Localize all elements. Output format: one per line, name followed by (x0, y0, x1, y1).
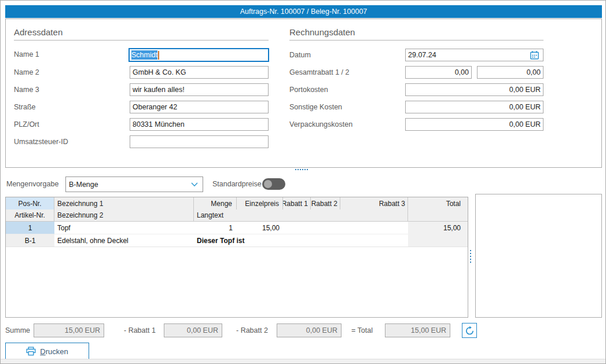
cell-rabatt3[interactable] (340, 222, 408, 234)
header-langtext: Langtext (194, 209, 408, 222)
header-data-panel: Adressdaten Name 1 Schmidt Name 2 Name 3… (5, 19, 602, 168)
printer-icon (26, 347, 36, 356)
cell-einzelpreis[interactable]: 15,00 (237, 222, 283, 234)
umsatzsteuer-id-input[interactable] (130, 135, 269, 148)
verpackungskosten-label: Verpackungskosten (289, 120, 352, 128)
header-einzelpreis: Einzelpreis (237, 197, 283, 209)
header-total: Total (408, 197, 468, 209)
name3-label: Name 3 (14, 86, 39, 94)
article-row: B-1 Edelstahl, ohne Deckel Dieser Topf i… (6, 234, 468, 247)
rabatt1-label: - Rabatt 1 (124, 326, 156, 334)
total-input[interactable] (385, 323, 450, 337)
cell-menge[interactable]: 1 (194, 222, 237, 234)
header-menge: Menge (194, 197, 237, 209)
summe-input[interactable] (34, 323, 104, 337)
umsatzsteuer-id-label: Umsatzsteuer-ID (14, 138, 68, 146)
sonstige-kosten-label: Sonstige Kosten (289, 103, 342, 111)
cell-pos-nr[interactable]: 1 (6, 222, 54, 234)
rabatt1-input[interactable] (164, 323, 222, 337)
calendar-icon[interactable] (530, 50, 539, 60)
mengenvorgabe-select[interactable]: B-Menge (65, 177, 203, 192)
gesamtrabatt-label: Gesamtrabatt 1 / 2 (289, 68, 350, 76)
standardpreise-label: Standardpreise (212, 180, 262, 188)
rabatt2-input[interactable] (277, 323, 341, 337)
mengenvorgabe-label: Mengenvorgabe (6, 180, 58, 188)
strasse-input[interactable] (130, 101, 269, 113)
sonstige-kosten-input[interactable] (405, 101, 543, 113)
name3-input[interactable] (130, 83, 269, 96)
name2-label: Name 2 (14, 68, 39, 76)
positions-grid: Pos-Nr. Bezeichnung 1 Menge Einzelpreis … (5, 197, 468, 318)
chevron-down-icon (191, 182, 198, 187)
header-artikel-nr: Artikel-Nr. (6, 209, 54, 222)
cell-bezeichnung1[interactable]: Topf (54, 222, 194, 234)
refresh-button[interactable] (462, 323, 477, 338)
strasse-label: Straße (14, 103, 36, 111)
portokosten-label: Portokosten (289, 86, 328, 94)
order-beleg-number: Auftrags-Nr. 100007 / Beleg-Nr. 100007 (240, 8, 368, 16)
grid-header-row-2: Artikel-Nr. Bezeichnung 2 Langtext (6, 209, 468, 222)
header-rabatt2: Rabatt 2 (311, 197, 340, 209)
cell-total-spacer (408, 234, 468, 247)
name1-input[interactable]: Schmidt (128, 48, 269, 62)
plz-ort-label: PLZ/Ort (14, 120, 39, 128)
name1-selected-text: Schmidt (131, 50, 157, 60)
position-row: 1 Topf 1 15,00 15,00 (6, 222, 468, 234)
side-notes-panel[interactable] (475, 194, 602, 318)
cell-langtext[interactable]: Dieser Topf ist (194, 234, 408, 247)
header-total-spacer (408, 209, 468, 222)
grid-header-row-1: Pos-Nr. Bezeichnung 1 Menge Einzelpreis … (6, 197, 468, 209)
gesamtrabatt2-input[interactable] (477, 66, 543, 79)
cell-rabatt1[interactable] (283, 222, 311, 234)
horizontal-splitter-handle[interactable] (295, 169, 308, 170)
plz-ort-input[interactable] (130, 118, 269, 131)
cell-bezeichnung2[interactable]: Edelstahl, ohne Deckel (54, 234, 194, 247)
cell-rabatt2[interactable] (311, 222, 340, 234)
name2-input[interactable] (130, 66, 269, 79)
header-rabatt1: Rabatt 1 (283, 197, 311, 209)
rabatt2-label: - Rabatt 2 (236, 326, 268, 334)
name1-label: Name 1 (14, 50, 39, 58)
header-bezeichnung2: Bezeichnung 2 (54, 209, 194, 222)
header-bezeichnung1: Bezeichnung 1 (54, 197, 194, 209)
toggle-knob (264, 180, 272, 188)
cell-artikel-nr[interactable]: B-1 (6, 234, 54, 247)
total-label: = Total (351, 326, 373, 334)
order-entry-window: Auftrags-Nr. 100007 / Beleg-Nr. 100007 A… (0, 0, 606, 364)
mengenvorgabe-value: B-Menge (69, 181, 98, 189)
drucken-button[interactable]: Drucken (5, 343, 89, 360)
refresh-icon (465, 326, 475, 336)
footer-strip (1, 359, 605, 363)
datum-label: Datum (289, 51, 311, 59)
header-pos-nr: Pos-Nr. (6, 197, 54, 209)
standardpreise-toggle[interactable] (262, 178, 285, 190)
summe-label: Summe (5, 326, 30, 334)
adressdaten-heading: Adressdaten (14, 27, 269, 41)
vertical-splitter-handle[interactable] (470, 250, 471, 263)
gesamtrabatt1-input[interactable] (405, 66, 472, 79)
order-title-bar: Auftrags-Nr. 100007 / Beleg-Nr. 100007 (5, 5, 602, 18)
text-caret (158, 51, 159, 60)
cell-total[interactable]: 15,00 (408, 222, 468, 234)
portokosten-input[interactable] (405, 83, 543, 96)
datum-input[interactable] (405, 49, 543, 61)
verpackungskosten-input[interactable] (405, 118, 543, 131)
header-rabatt3: Rabatt 3 (340, 197, 408, 209)
rechnungsdaten-heading: Rechnungsdaten (289, 27, 543, 41)
drucken-label: Drucken (40, 347, 68, 356)
